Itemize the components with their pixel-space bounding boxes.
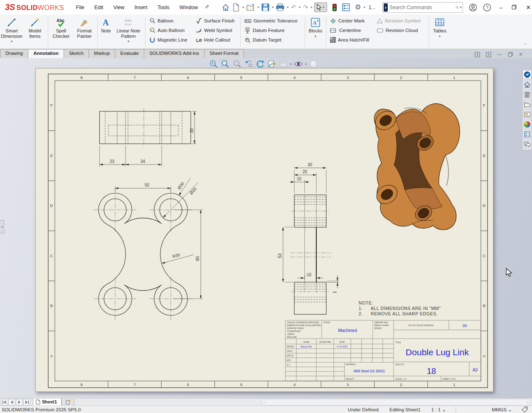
last-sheet-button[interactable]	[23, 399, 30, 406]
format-painter-button[interactable]: A FormatPainter	[73, 15, 96, 49]
tab-sheet-format[interactable]: Sheet Format	[204, 49, 244, 58]
view-top[interactable]: 23 34 30	[100, 108, 197, 167]
status-units-dropdown[interactable]: MMGS▴	[492, 407, 511, 412]
centerline-button[interactable]: Centerline	[330, 27, 372, 34]
menu-file[interactable]: File	[71, 3, 89, 12]
smart-dimension-caret[interactable]: ▾	[11, 39, 12, 43]
settings-caret[interactable]: ▾	[364, 5, 365, 9]
undo-caret[interactable]: ▾	[299, 5, 300, 9]
display-style-caret[interactable]: ▾	[290, 62, 292, 66]
linear-note-pattern-caret[interactable]: ▾	[128, 39, 129, 43]
weld-symbol-button[interactable]: Weld Symbol	[196, 27, 237, 34]
dim-r30[interactable]: R30	[172, 252, 181, 258]
3dexperience-icon[interactable]	[522, 70, 532, 79]
drawing-sheet[interactable]: 23 34 30	[35, 68, 493, 392]
new-document-button[interactable]	[232, 2, 241, 12]
display-style-icon[interactable]	[278, 59, 288, 69]
sheet1-tab[interactable]: Sheet1	[33, 398, 62, 406]
doc-restore-button[interactable]	[508, 52, 513, 57]
dim-50[interactable]: 50	[145, 183, 150, 187]
view-isometric[interactable]	[372, 103, 460, 230]
blocks-button[interactable]: A Blocks ▾	[306, 15, 325, 49]
dim-34[interactable]: 34	[140, 159, 145, 164]
side-dim-1[interactable]: 1	[332, 291, 337, 293]
print-button[interactable]	[275, 2, 285, 12]
geometric-tolerance-button[interactable]: 0.1 Geometric Tolerance	[244, 17, 302, 25]
revision-cloud-button[interactable]: Revision Cloud	[377, 27, 426, 34]
tab-markup[interactable]: Markup	[89, 49, 115, 58]
tab-drawing[interactable]: Drawing	[0, 49, 28, 58]
appearances-icon[interactable]	[522, 120, 532, 129]
next-window-icon[interactable]	[486, 52, 491, 57]
first-sheet-button[interactable]	[1, 399, 8, 406]
model-items-button[interactable]: ModelItems	[23, 15, 47, 49]
side-dim-53[interactable]: 53	[278, 253, 282, 258]
dim-23[interactable]: 23	[110, 159, 115, 164]
center-mark-button[interactable]: Center Mark	[330, 17, 372, 25]
custom-properties-icon[interactable]	[522, 130, 532, 139]
open-button[interactable]	[246, 3, 256, 12]
tb-title-value[interactable]: Double Lug Link	[406, 347, 469, 357]
app-restore-button[interactable]	[507, 3, 521, 12]
ribbon-collapse-chevron[interactable]: ︿	[524, 40, 528, 46]
menu-insert[interactable]: Insert	[130, 3, 152, 12]
tab-solidworks-add-ins[interactable]: SOLIDWORKS Add-Ins	[144, 49, 204, 58]
tb-dwg-value[interactable]: 18	[427, 366, 436, 376]
save-caret[interactable]: ▾	[272, 5, 273, 9]
menu-tools[interactable]: Tools	[153, 3, 174, 12]
redo-caret[interactable]: ▾	[311, 5, 313, 9]
new-document-caret[interactable]: ▾	[242, 5, 244, 9]
search-scope-icon[interactable]: ›	[384, 3, 388, 12]
side-dim-20[interactable]: 20	[303, 170, 308, 174]
search-input[interactable]	[388, 5, 456, 10]
title-block[interactable]: UNLESS OTHERWISE SPECIFIED: DIMENSIONS A…	[286, 320, 481, 381]
datum-feature-button[interactable]: A Datum Feature	[244, 27, 302, 34]
side-dim-10-bot[interactable]: 10	[307, 273, 312, 277]
horizontal-scrollbar[interactable]: ‹ ›	[261, 399, 530, 406]
tab-evaluate[interactable]: Evaluate	[115, 49, 144, 58]
home-button[interactable]	[221, 2, 231, 12]
select-tool-button[interactable]: ▾	[314, 2, 327, 12]
auto-balloon-button[interactable]: Auto Balloon	[149, 27, 192, 34]
app-minimize-button[interactable]: –	[495, 3, 507, 12]
tb-revision[interactable]: 00	[463, 323, 467, 328]
menu-view[interactable]: View	[109, 3, 129, 12]
solidworks-resources-home-icon[interactable]	[522, 80, 532, 89]
forum-icon[interactable]	[522, 140, 532, 149]
zoom-to-fit-icon[interactable]	[209, 59, 219, 69]
spell-checker-button[interactable]: Abc SpellChecker	[49, 15, 73, 49]
tb-drawn-name[interactable]: Rayyan Nair	[301, 346, 312, 348]
help-icon[interactable]: ?	[482, 2, 492, 12]
sheet-note[interactable]: NOTE: 1. ALL DIMENSIONS ARE IN "MM" 2. R…	[359, 300, 441, 316]
graphics-area[interactable]: ▾ ▾	[0, 58, 532, 398]
feature-tree-collapsed-tab[interactable]: ◂	[0, 220, 4, 234]
3d-drawing-view-icon[interactable]	[267, 59, 277, 69]
zoom-to-area-icon[interactable]	[220, 59, 230, 69]
dim-80[interactable]: 80	[195, 256, 200, 261]
search-icon[interactable]	[456, 4, 459, 11]
menu-edit[interactable]: Edit	[90, 3, 108, 12]
view-side[interactable]: 30 20 10 53	[278, 162, 339, 315]
file-explorer-icon[interactable]	[522, 100, 532, 109]
tab-annotation[interactable]: Annotation	[28, 49, 64, 58]
linear-note-pattern-button[interactable]: AAAAAA Linear NotePattern ▾	[113, 15, 144, 49]
status-scale-dropdown[interactable]: 1 : 1▴	[431, 407, 445, 412]
zoom-in-out-icon[interactable]	[232, 59, 242, 69]
options-list-icon[interactable]	[341, 2, 351, 12]
search-caret[interactable]: ▾	[460, 5, 462, 9]
tables-button[interactable]: Tables ▾	[430, 15, 449, 49]
magnetic-line-button[interactable]: Magnetic Line	[149, 36, 192, 44]
add-sheet-button[interactable]	[62, 399, 74, 406]
search-commands-box[interactable]: › ▾	[382, 2, 463, 13]
rebuild-traffic-light-icon[interactable]	[331, 2, 338, 12]
dim-d30[interactable]: Ø30	[177, 181, 185, 190]
hide-show-items-icon[interactable]	[293, 59, 303, 69]
tb-drawn-date[interactable]: 17-12-2025	[337, 346, 347, 348]
status-tag-icon[interactable]	[522, 406, 528, 413]
menu-window[interactable]: Window	[175, 3, 202, 12]
rotate-view-icon[interactable]	[255, 59, 265, 69]
redo-button[interactable]: ↷	[302, 3, 309, 12]
user-account-icon[interactable]	[468, 2, 478, 12]
prev-sheet-button[interactable]	[8, 399, 15, 406]
tb-finish-value[interactable]: Machined	[338, 328, 357, 333]
